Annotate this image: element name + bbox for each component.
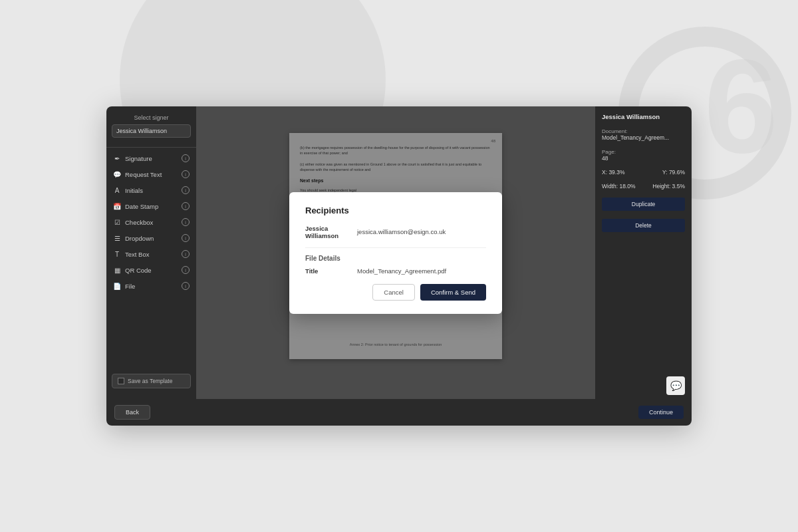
- back-button[interactable]: Back: [114, 405, 150, 420]
- chat-icon[interactable]: 💬: [666, 376, 685, 395]
- recipients-modal: Recipients Jessica Williamson jessica.wi…: [289, 192, 502, 314]
- modal-title-value: Model_Tenancy_Agreement.pdf: [357, 267, 446, 275]
- app-window: Select signer Jessica Williamson ✒ Signa…: [106, 106, 692, 426]
- right-panel-page-label: Page:: [602, 149, 685, 155]
- modal-recipient-email: jessica.williamson@esign.co.uk: [357, 228, 446, 235]
- signature-icon: ✒: [113, 155, 121, 162]
- modal-overlay: Recipients Jessica Williamson jessica.wi…: [196, 106, 595, 399]
- right-panel-wh-row: Width: 18.0% Height: 3.5%: [602, 183, 685, 190]
- dropdown-info-icon[interactable]: i: [182, 234, 190, 242]
- modal-recipient-name: Jessica Williamson: [305, 225, 352, 239]
- right-panel-document-value: Model_Tenancy_Agreem...: [602, 134, 685, 141]
- sidebar-item-dropdown[interactable]: ☰ Dropdown i: [106, 230, 196, 246]
- sidebar-divider-1: [106, 147, 196, 148]
- bottom-bar: Back Continue: [106, 399, 692, 426]
- initials-info-icon[interactable]: i: [182, 186, 190, 194]
- sidebar-item-qr-code-label: QR Code: [125, 267, 152, 274]
- modal-actions: Cancel Confirm & Send: [305, 284, 486, 301]
- sidebar-item-request-text-label: Request Text: [125, 171, 162, 178]
- modal-recipient-row: Jessica Williamson jessica.williamson@es…: [305, 225, 486, 239]
- save-template-label: Save as Template: [128, 378, 172, 384]
- modal-file-details-label: File Details: [305, 255, 486, 262]
- modal-title: Recipients: [305, 205, 486, 215]
- duplicate-button[interactable]: Duplicate: [602, 198, 685, 211]
- modal-title-row: Title Model_Tenancy_Agreement.pdf: [305, 267, 486, 275]
- dropdown-icon: ☰: [113, 235, 121, 242]
- sidebar-item-signature-label: Signature: [125, 155, 152, 162]
- sidebar-item-signature[interactable]: ✒ Signature i: [106, 150, 196, 166]
- text-box-icon: T: [113, 251, 121, 258]
- sidebar-item-qr-code[interactable]: ▦ QR Code i: [106, 262, 196, 278]
- main-content: 48 (b) the mortgagee requires possession…: [196, 106, 595, 399]
- checkbox-icon: ☑: [113, 219, 121, 226]
- file-info-icon[interactable]: i: [182, 282, 190, 290]
- delete-button[interactable]: Delete: [602, 219, 685, 232]
- right-panel-page-value: 48: [602, 155, 685, 162]
- qr-code-icon: ▦: [113, 267, 121, 274]
- right-panel-width-label: Width: 18.0%: [602, 183, 636, 190]
- date-stamp-icon: 📅: [113, 203, 121, 210]
- right-panel: Jessica Williamson Document: Model_Tenan…: [595, 106, 692, 399]
- sidebar-item-text-box-label: Text Box: [125, 251, 149, 258]
- right-panel-x-label: X: 39.3%: [602, 169, 625, 176]
- sidebar-item-dropdown-label: Dropdown: [125, 235, 154, 242]
- sidebar-item-date-stamp-label: Date Stamp: [125, 203, 158, 210]
- request-text-icon: 💬: [113, 171, 121, 178]
- modal-divider: [305, 247, 486, 248]
- text-box-info-icon[interactable]: i: [182, 250, 190, 258]
- sidebar-item-text-box[interactable]: T Text Box i: [106, 246, 196, 262]
- modal-confirm-button[interactable]: Confirm & Send: [420, 284, 486, 301]
- right-panel-xy-row: X: 39.3% Y: 79.6%: [602, 169, 685, 176]
- date-stamp-info-icon[interactable]: i: [182, 202, 190, 210]
- file-icon: 📄: [113, 283, 121, 290]
- right-panel-y-label: Y: 79.6%: [662, 169, 685, 176]
- modal-file-section: File Details Title Model_Tenancy_Agreeme…: [305, 255, 486, 275]
- continue-button[interactable]: Continue: [638, 406, 684, 419]
- right-panel-signer-name: Jessica Williamson: [602, 113, 685, 120]
- sidebar-item-file-label: File: [125, 283, 135, 290]
- right-panel-page-section: Page: 48: [602, 146, 685, 162]
- sidebar-item-checkbox-label: Checkbox: [125, 219, 153, 226]
- sidebar-item-date-stamp[interactable]: 📅 Date Stamp i: [106, 198, 196, 214]
- signature-info-icon[interactable]: i: [182, 154, 190, 162]
- request-text-info-icon[interactable]: i: [182, 170, 190, 178]
- initials-icon: A: [113, 187, 121, 194]
- modal-title-label: Title: [305, 267, 352, 275]
- modal-recipient-section: Jessica Williamson jessica.williamson@es…: [305, 225, 486, 239]
- save-template-checkbox: [118, 378, 124, 384]
- select-signer-label: Select signer: [106, 114, 196, 121]
- bg-number: 6: [704, 40, 778, 173]
- sidebar-item-file[interactable]: 📄 File i: [106, 278, 196, 294]
- signer-select[interactable]: Jessica Williamson: [112, 124, 191, 138]
- sidebar: Select signer Jessica Williamson ✒ Signa…: [106, 106, 196, 399]
- save-template-button[interactable]: Save as Template: [112, 374, 191, 388]
- right-panel-document-section: Document: Model_Tenancy_Agreem...: [602, 126, 685, 141]
- qr-code-info-icon[interactable]: i: [182, 266, 190, 274]
- sidebar-item-initials[interactable]: A Initials i: [106, 182, 196, 198]
- checkbox-info-icon[interactable]: i: [182, 218, 190, 226]
- sidebar-item-request-text[interactable]: 💬 Request Text i: [106, 166, 196, 182]
- sidebar-footer: Save as Template: [106, 368, 196, 394]
- sidebar-item-checkbox[interactable]: ☑ Checkbox i: [106, 214, 196, 230]
- sidebar-item-initials-label: Initials: [125, 187, 143, 194]
- modal-cancel-button[interactable]: Cancel: [372, 284, 415, 301]
- right-panel-height-label: Height: 3.5%: [652, 183, 685, 190]
- app-body: Select signer Jessica Williamson ✒ Signa…: [106, 106, 692, 399]
- right-panel-document-label: Document:: [602, 128, 685, 134]
